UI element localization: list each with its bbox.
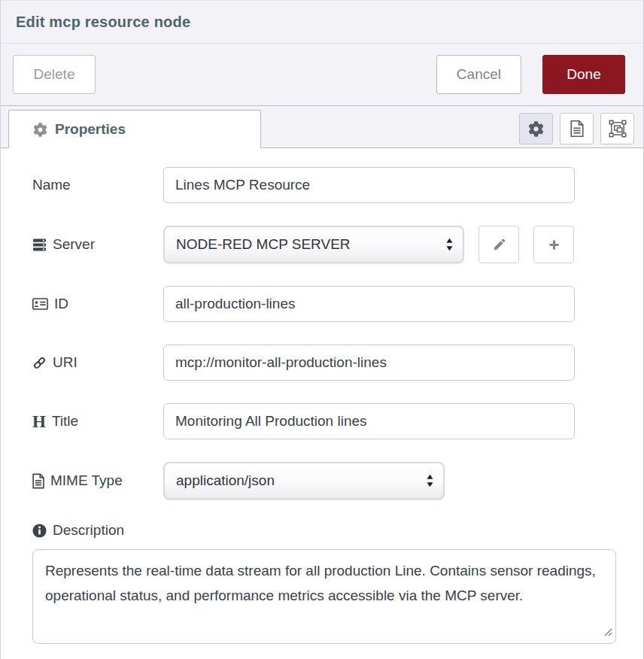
id-row: ID [32, 286, 643, 322]
tab-properties[interactable]: Properties [8, 110, 261, 148]
server-icon [32, 238, 47, 251]
title-label: H Title [32, 413, 163, 430]
uri-input[interactable] [163, 345, 575, 381]
toolbar-right-group: Cancel Done [436, 55, 625, 94]
edit-node-dialog: Edit mcp resource node Delete Cancel Don… [0, 0, 644, 659]
mime-select-value: application/json [176, 472, 275, 489]
server-select[interactable]: NODE-RED MCP SERVER [163, 226, 464, 263]
description-section-button[interactable] [560, 113, 594, 144]
dialog-title: Edit mcp resource node [16, 14, 190, 31]
title-row: H Title [32, 403, 643, 439]
select-arrows-icon [426, 474, 434, 487]
select-arrows-icon [445, 238, 454, 251]
plus-icon [548, 238, 560, 251]
info-icon [32, 524, 47, 538]
editor-section-buttons [519, 113, 634, 144]
object-group-icon [609, 120, 627, 138]
editor-tab-bar: Properties [1, 106, 643, 148]
id-card-icon [32, 298, 48, 310]
done-button[interactable]: Done [542, 55, 625, 94]
uri-row: URI [32, 345, 643, 381]
description-field-wrap: Represents the real-time data stream for… [32, 549, 616, 644]
edit-server-button[interactable] [478, 226, 519, 263]
mime-row: MIME Type application/json [32, 462, 643, 500]
id-label: ID [32, 296, 163, 312]
tab-properties-label: Properties [55, 121, 126, 138]
title-input[interactable] [163, 403, 575, 439]
server-row: Server NODE-RED MCP SERVER [32, 226, 643, 263]
uri-label: URI [32, 354, 163, 371]
mime-label: MIME Type [32, 472, 163, 489]
properties-section-button[interactable] [519, 113, 553, 144]
server-label: Server [32, 236, 163, 253]
name-input[interactable] [163, 167, 575, 203]
description-label: Description [32, 522, 163, 539]
name-label: Name [32, 177, 163, 193]
dialog-toolbar: Delete Cancel Done [1, 44, 643, 106]
file-text-icon [32, 473, 44, 489]
server-controls: NODE-RED MCP SERVER [163, 226, 574, 263]
gear-icon [33, 123, 47, 137]
delete-button[interactable]: Delete [13, 55, 96, 94]
add-server-button[interactable] [533, 226, 574, 263]
cancel-button[interactable]: Cancel [436, 55, 521, 94]
document-icon [570, 120, 584, 138]
appearance-section-button[interactable] [600, 113, 634, 144]
properties-form: Name Server NODE-RED MCP SERVER [1, 148, 643, 644]
dialog-header: Edit mcp resource node [1, 1, 643, 44]
server-select-value: NODE-RED MCP SERVER [176, 236, 351, 253]
name-row: Name [32, 167, 643, 203]
pencil-icon [493, 238, 506, 251]
mime-type-select[interactable]: application/json [163, 462, 445, 500]
description-textarea[interactable]: Represents the real-time data stream for… [32, 549, 616, 644]
gear-icon [528, 121, 544, 137]
id-input[interactable] [163, 286, 575, 322]
heading-icon: H [32, 413, 46, 430]
link-icon [32, 356, 47, 370]
